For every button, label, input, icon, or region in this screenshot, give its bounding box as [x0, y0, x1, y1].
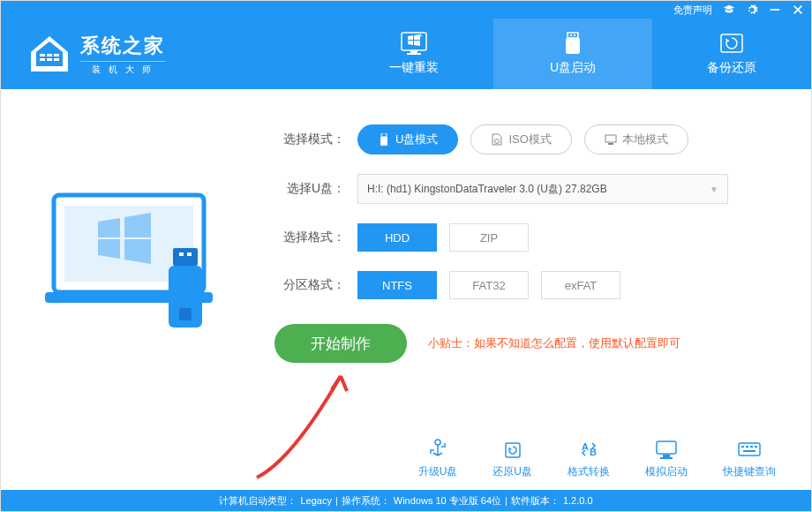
format-hdd[interactable]: HDD	[357, 223, 437, 252]
tool-label: 快捷键查询	[723, 464, 776, 479]
usb-select[interactable]: H:I: (hd1) KingstonDataTraveler 3.0 (U盘)…	[357, 174, 728, 204]
svg-rect-10	[568, 33, 578, 38]
mode-row: 选择模式： U盘模式 ISO模式 本地模式	[274, 124, 785, 154]
main-content: 选择模式： U盘模式 ISO模式 本地模式 选择U盘： H:I: (hd1) K…	[1, 89, 811, 427]
hat-icon[interactable]	[723, 4, 735, 16]
svg-rect-24	[380, 137, 387, 146]
tab-label: U盘启动	[550, 60, 596, 76]
logo: 系统之家 装 机 大 师	[1, 33, 192, 76]
tab-label: 备份还原	[707, 60, 756, 76]
svg-rect-4	[40, 58, 45, 61]
svg-rect-13	[566, 38, 580, 54]
tool-label: 模拟启动	[645, 464, 688, 479]
backup-restore-icon	[718, 32, 745, 55]
restore-usb-icon	[500, 438, 525, 461]
windows-reinstall-icon	[401, 32, 427, 55]
partition-label: 分区格式：	[274, 277, 345, 293]
tab-reinstall[interactable]: 一键重装	[335, 19, 493, 89]
tool-label: 格式转换	[568, 464, 610, 479]
svg-rect-8	[410, 50, 417, 53]
simulate-boot-icon	[654, 438, 679, 461]
hotkey-query-icon	[737, 438, 762, 461]
illustration	[27, 124, 257, 418]
tip-text: 如果不知道怎么配置，使用默认配置即可	[474, 336, 680, 350]
tool-upgrade-usb[interactable]: 升级U盘	[418, 438, 458, 479]
svg-rect-22	[179, 308, 192, 320]
svg-rect-12	[574, 34, 575, 36]
svg-rect-18	[173, 248, 198, 266]
version-value: 1.2.0.0	[563, 495, 593, 506]
tool-restore-usb[interactable]: 还原U盘	[492, 438, 532, 479]
settings-icon[interactable]	[746, 4, 758, 16]
partition-ntfs[interactable]: NTFS	[357, 271, 437, 299]
tool-format-convert[interactable]: AB 格式转换	[568, 438, 610, 479]
local-icon	[605, 133, 617, 146]
tool-simulate-boot[interactable]: 模拟启动	[645, 438, 688, 479]
svg-rect-39	[755, 446, 757, 448]
os-value: Windows 10 专业版 64位	[394, 494, 501, 508]
mode-iso[interactable]: ISO模式	[470, 124, 571, 154]
tool-label: 还原U盘	[492, 464, 532, 479]
logo-title: 系统之家	[80, 33, 165, 59]
logo-subtitle: 装 机 大 师	[80, 61, 165, 76]
statusbar: 计算机启动类型： Legacy | 操作系统： Windows 10 专业版 6…	[1, 490, 811, 511]
minimize-icon[interactable]	[769, 4, 781, 16]
mode-usb[interactable]: U盘模式	[357, 124, 458, 154]
usb-select-label: 选择U盘：	[274, 181, 345, 197]
partition-fat32[interactable]: FAT32	[449, 271, 529, 299]
tab-backup[interactable]: 备份还原	[652, 19, 811, 89]
format-zip[interactable]: ZIP	[449, 223, 529, 252]
tab-usb-boot[interactable]: U盘启动	[493, 19, 652, 89]
laptop-usb-illustration	[45, 177, 239, 354]
tip: 小贴士：如果不知道怎么配置，使用默认配置即可	[428, 335, 680, 351]
svg-rect-2	[47, 54, 52, 56]
svg-rect-1	[40, 54, 45, 56]
partition-exfat[interactable]: exFAT	[541, 271, 620, 299]
svg-rect-11	[570, 34, 572, 36]
iso-icon	[491, 133, 503, 146]
mode-local[interactable]: 本地模式	[584, 124, 688, 154]
logo-house-icon	[27, 34, 71, 73]
svg-rect-34	[660, 457, 673, 459]
format-label: 选择格式：	[274, 230, 345, 245]
disclaimer-link[interactable]: 免责声明	[673, 4, 712, 17]
main-tabs: 一键重装 U盘启动 备份还原	[335, 19, 811, 89]
svg-rect-36	[741, 446, 744, 448]
svg-rect-0	[771, 9, 780, 11]
usb-icon	[378, 133, 390, 146]
bottom-tools: 升级U盘 还原U盘 AB 格式转换 模拟启动 快捷键查询	[1, 427, 811, 490]
boot-type-label: 计算机启动类型：	[219, 494, 297, 508]
svg-rect-20	[187, 252, 192, 256]
start-row: 开始制作 小贴士：如果不知道怎么配置，使用默认配置即可	[274, 324, 785, 363]
os-label: 操作系统：	[342, 494, 390, 508]
header: 系统之家 装 机 大 师 一键重装 U盘启动 备份还原	[1, 19, 811, 89]
close-icon[interactable]	[792, 4, 804, 16]
svg-rect-33	[663, 455, 670, 457]
boot-type-value: Legacy	[300, 495, 331, 506]
svg-rect-29	[506, 443, 520, 457]
version-label: 软件版本：	[511, 494, 560, 508]
start-button[interactable]: 开始制作	[274, 324, 407, 363]
format-row: 选择格式： HDD ZIP	[274, 223, 785, 252]
svg-rect-6	[54, 58, 59, 61]
partition-row: 分区格式： NTFS FAT32 exFAT	[274, 271, 785, 299]
tab-label: 一键重装	[389, 60, 439, 76]
tool-label: 升级U盘	[418, 464, 458, 479]
format-convert-icon: AB	[576, 438, 601, 461]
titlebar: 免责声明	[1, 1, 811, 19]
svg-rect-27	[608, 143, 613, 145]
svg-rect-37	[746, 446, 748, 448]
mode-label: 选择模式：	[274, 132, 345, 147]
tip-prefix: 小贴士：	[428, 336, 474, 350]
svg-rect-23	[381, 133, 387, 137]
svg-rect-38	[750, 446, 753, 448]
usb-select-row: 选择U盘： H:I: (hd1) KingstonDataTraveler 3.…	[274, 174, 785, 204]
tool-hotkey-query[interactable]: 快捷键查询	[723, 438, 776, 479]
svg-rect-3	[54, 54, 59, 56]
svg-rect-14	[721, 34, 742, 52]
svg-rect-26	[605, 135, 616, 142]
svg-rect-40	[743, 450, 756, 452]
form: 选择模式： U盘模式 ISO模式 本地模式 选择U盘： H:I: (hd1) K…	[274, 124, 785, 418]
svg-rect-19	[179, 252, 184, 256]
svg-rect-9	[407, 53, 421, 55]
